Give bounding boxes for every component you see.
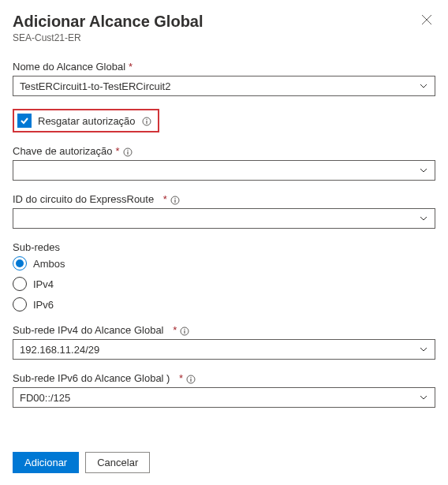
radio-ipv4[interactable]: IPv4: [13, 277, 435, 291]
svg-point-10: [185, 328, 185, 329]
chevron-down-icon: [419, 345, 428, 354]
chevron-down-icon: [419, 393, 428, 402]
page-subtitle: SEA-Cust21-ER: [13, 32, 203, 43]
name-label: Nome do Alcance Global *: [13, 61, 435, 73]
svg-rect-14: [191, 379, 192, 382]
chevron-down-icon: [419, 166, 428, 175]
svg-rect-8: [174, 200, 175, 203]
info-icon[interactable]: [180, 324, 189, 336]
ipv6subnet-dropdown[interactable]: FD00::/125: [13, 387, 435, 408]
ipv6subnet-value: FD00::/125: [20, 392, 70, 404]
svg-point-13: [190, 376, 191, 377]
info-icon[interactable]: [170, 193, 180, 205]
ipv4subnet-label: Sub-rede IPv4 do Alcance Global *: [13, 324, 435, 336]
add-button[interactable]: Adicionar: [13, 452, 79, 473]
ipv6subnet-label-text: Sub-rede IPv6 do Alcance Global ): [13, 372, 170, 384]
ipv4subnet-label-text: Sub-rede IPv4 do Alcance Global: [13, 324, 164, 336]
page-title: Adicionar Alcance Global: [13, 13, 203, 31]
chevron-down-icon: [419, 214, 428, 223]
redeem-highlight: Resgatar autorização: [13, 109, 159, 132]
svg-point-4: [127, 149, 128, 150]
info-icon[interactable]: [142, 115, 151, 127]
required-indicator: *: [173, 324, 177, 336]
cancel-button[interactable]: Cancelar: [85, 452, 150, 473]
radio-both-label: Ambos: [33, 258, 65, 270]
svg-point-7: [174, 197, 175, 198]
radio-icon: [13, 256, 27, 270]
name-dropdown[interactable]: TestERCircuit1-to-TestERCircuit2: [13, 76, 435, 96]
subnets-label: Sub-redes: [13, 241, 435, 253]
svg-rect-2: [146, 121, 147, 124]
redeem-label: Resgatar autorização: [38, 115, 136, 127]
radio-both[interactable]: Ambos: [13, 256, 435, 270]
required-indicator: *: [129, 61, 133, 73]
circuitid-label: ID do circuito do ExpressRoute *: [13, 193, 435, 205]
required-indicator: *: [115, 145, 119, 157]
svg-rect-11: [185, 330, 185, 334]
info-icon[interactable]: [186, 372, 196, 384]
ipv4subnet-value: 192.168.11.24/29: [20, 344, 99, 356]
circuitid-label-text: ID do circuito do ExpressRoute: [13, 193, 154, 205]
svg-point-1: [146, 119, 147, 120]
svg-rect-5: [127, 151, 128, 155]
required-indicator: *: [163, 193, 167, 205]
name-value: TestERCircuit1-to-TestERCircuit2: [20, 80, 170, 92]
redeem-checkbox[interactable]: [17, 114, 32, 128]
close-icon[interactable]: [418, 13, 435, 30]
radio-icon: [13, 277, 27, 291]
authkey-label-text: Chave de autorização: [13, 145, 112, 157]
ipv6subnet-label: Sub-rede IPv6 do Alcance Global ) *: [13, 372, 435, 384]
ipv4subnet-dropdown[interactable]: 192.168.11.24/29: [13, 339, 435, 360]
authkey-dropdown[interactable]: [13, 160, 435, 181]
radio-icon: [13, 297, 27, 312]
info-icon[interactable]: [123, 145, 133, 157]
radio-ipv6-label: IPv6: [33, 299, 54, 311]
required-indicator: *: [179, 372, 183, 384]
circuitid-dropdown[interactable]: [13, 208, 435, 229]
radio-ipv4-label: IPv4: [33, 278, 54, 290]
subnets-label-text: Sub-redes: [13, 241, 60, 253]
name-label-text: Nome do Alcance Global: [13, 61, 125, 73]
authkey-label: Chave de autorização *: [13, 145, 435, 157]
chevron-down-icon: [419, 81, 428, 91]
radio-ipv6[interactable]: IPv6: [13, 297, 435, 312]
